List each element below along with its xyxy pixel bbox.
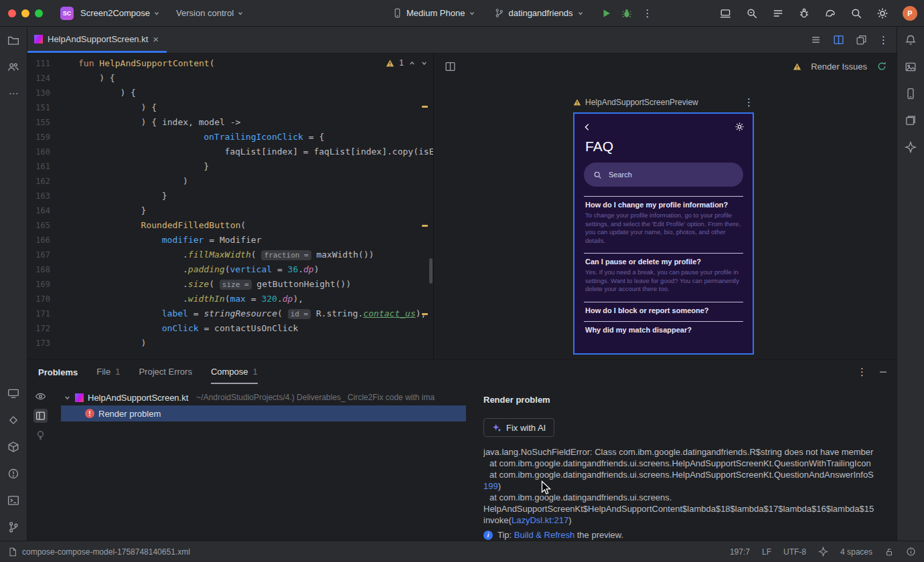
code-line[interactable]: ) { [78,86,433,100]
tab-compose[interactable]: Compose1 [211,360,258,384]
line-number[interactable]: 162 [27,174,60,189]
trace-link[interactable]: 199 [483,481,498,491]
line-number[interactable]: 167 [27,248,60,262]
code-line[interactable]: } [78,203,433,218]
zoom-window-button[interactable] [35,9,43,17]
line-number[interactable]: 171 [27,306,60,321]
code-line[interactable]: .fillMaxWidth( fraction = maxWidth()) [78,248,433,262]
code-line[interactable]: ) [78,174,433,189]
notifications-bell-button[interactable] [897,27,924,54]
device-selector[interactable]: Medium Phone [392,8,475,18]
code-line[interactable]: .size( size = getButtonHeight()) [78,277,433,292]
line-ending[interactable]: LF [762,547,771,557]
ai-code-search-icon[interactable] [746,7,758,19]
code-line[interactable]: RoundedFilledButton( [78,218,433,233]
close-tab-icon[interactable]: × [153,33,159,45]
preview-card-kebab[interactable]: ⋮ [744,96,754,108]
code-line[interactable]: onTrailingIconClick = { [78,130,433,145]
code-line[interactable]: label = stringResource( id = R.string.co… [78,306,433,321]
line-number[interactable]: 163 [27,189,60,203]
trace-link[interactable]: LazyDsl.kt:217 [512,515,568,525]
chevron-down-icon[interactable] [64,394,71,401]
code-line[interactable]: ) [78,336,433,351]
project-menu[interactable]: Screen2Compose [80,8,160,18]
code-line[interactable]: .padding(vertical = 36.dp) [78,262,433,277]
close-window-button[interactable] [8,9,16,17]
editor-tab-helpandsupportscreen[interactable]: HelpAndSupportScreen.kt × [27,27,167,53]
warning-stripe-mark[interactable] [422,106,428,108]
inspection-widget[interactable]: 1 [386,58,428,68]
line-number[interactable]: 159 [27,130,60,145]
float-window-icon[interactable] [856,34,867,45]
collab-users-button[interactable] [0,54,27,80]
code-line[interactable]: ) { [78,71,433,86]
line-number[interactable]: 170 [27,292,60,306]
line-number[interactable]: 168 [27,262,60,277]
indent-setting[interactable]: 4 spaces [840,547,872,557]
gradle-sync-icon[interactable] [824,7,836,19]
details-view-icon[interactable] [33,409,48,423]
search-everywhere-icon[interactable] [850,7,862,19]
code-line[interactable]: .widthIn(max = 320.dp), [78,292,433,306]
lightbulb-icon[interactable] [35,430,46,441]
code-line[interactable]: fun HelpAndSupportContent( [78,56,433,71]
line-number[interactable]: 165 [27,218,60,233]
line-number[interactable]: 151 [27,100,60,115]
line-number[interactable]: 130 [27,86,60,100]
split-editor-icon[interactable] [833,34,844,45]
line-number[interactable]: 155 [27,115,60,130]
user-avatar[interactable]: P [903,6,917,21]
render-problem-node[interactable]: ! Render problem [61,405,466,421]
code-line[interactable]: ) { [78,100,433,115]
line-number[interactable]: 161 [27,159,60,174]
unlock-icon[interactable] [884,547,894,557]
fix-with-ai-button[interactable]: Fix with AI [483,418,554,437]
line-number[interactable]: 169 [27,277,60,292]
running-devices-icon[interactable] [720,7,732,19]
line-number[interactable]: 166 [27,233,60,248]
ai-status-sparkle-icon[interactable] [818,547,828,557]
code-line[interactable]: ) { index, model -> [78,115,433,130]
code-line[interactable]: } [78,159,433,174]
code-line[interactable]: modifier = Modifier [78,233,433,248]
code-line[interactable]: } [78,189,433,203]
vcs-menu[interactable]: Version control [176,8,244,18]
todo-list-icon[interactable] [772,7,784,19]
tab-file[interactable]: File1 [96,360,120,384]
settings-gear-icon[interactable] [876,7,889,19]
line-number[interactable]: 111 [27,56,60,71]
editor-scrollbar[interactable] [429,258,433,284]
next-problem-icon[interactable] [420,60,428,67]
preview-card-header[interactable]: HelpAndSupportScreenPreview ⋮ [573,96,754,108]
line-number[interactable]: 160 [27,145,60,159]
logcat-tool-button[interactable] [0,380,27,407]
tab-project-errors[interactable]: Project Errors [139,360,191,384]
minimize-window-button[interactable] [21,9,29,17]
warning-stripe-mark[interactable] [422,313,428,315]
line-number[interactable]: 172 [27,321,60,336]
terminal-tool-button[interactable] [0,487,27,514]
problems-options-kebab[interactable]: ⋮ [857,366,867,378]
gemini-ai-tool-button[interactable] [897,134,924,161]
file-encoding[interactable]: UTF-8 [783,547,806,557]
line-number[interactable]: 164 [27,203,60,218]
run-options-kebab[interactable]: ⋮ [643,7,653,19]
preview-eye-icon[interactable] [35,391,46,402]
problems-tool-button[interactable] [0,460,27,487]
code-line[interactable]: onClick = contactUsOnClick [78,321,433,336]
build-refresh-link[interactable]: Build & Refresh [514,530,574,540]
more-tool-windows-button[interactable]: ⋯ [0,80,27,107]
code-editor[interactable]: 1111241301511551591601611621631641651661… [27,54,434,359]
preview-layout-list-icon[interactable] [810,34,822,45]
refresh-preview-icon[interactable] [876,61,887,72]
run-button[interactable] [601,8,612,19]
render-issues-label[interactable]: Render Issues [811,62,867,72]
problems-panel-title[interactable]: Problems [38,360,78,384]
minimize-panel-icon[interactable] [879,368,887,376]
prev-problem-icon[interactable] [408,60,416,67]
device-manager-tool-button[interactable] [897,80,924,107]
preview-split-view-icon[interactable] [445,61,456,72]
line-number[interactable]: 124 [27,71,60,86]
problems-file-node[interactable]: HelpAndSupportScreen.kt ~/AndroidStudioP… [53,389,475,405]
build-tool-button[interactable] [0,434,27,460]
